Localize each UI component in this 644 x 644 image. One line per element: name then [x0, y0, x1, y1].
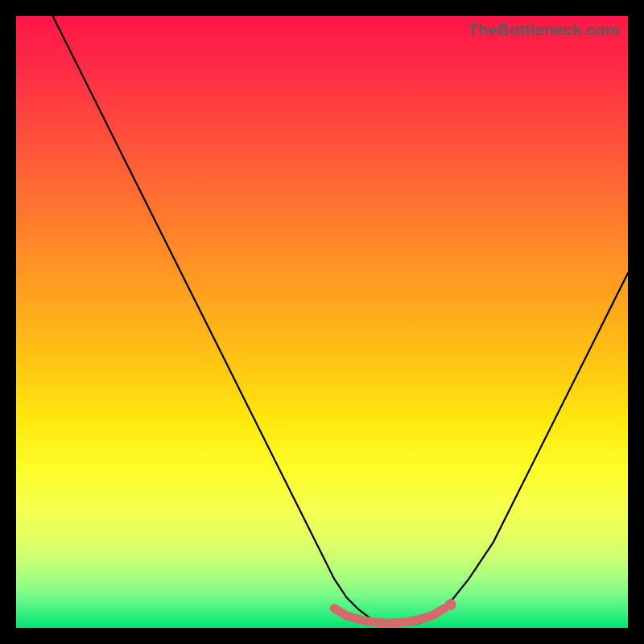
highlight-dot	[445, 599, 456, 610]
highlight-curve	[334, 609, 444, 623]
plot-area: TheBottleneck.com	[16, 16, 628, 628]
watermark-text: TheBottleneck.com	[469, 21, 620, 39]
bottleneck-curve	[53, 16, 628, 625]
curve-layer	[16, 16, 628, 628]
chart-frame: TheBottleneck.com	[0, 0, 644, 644]
